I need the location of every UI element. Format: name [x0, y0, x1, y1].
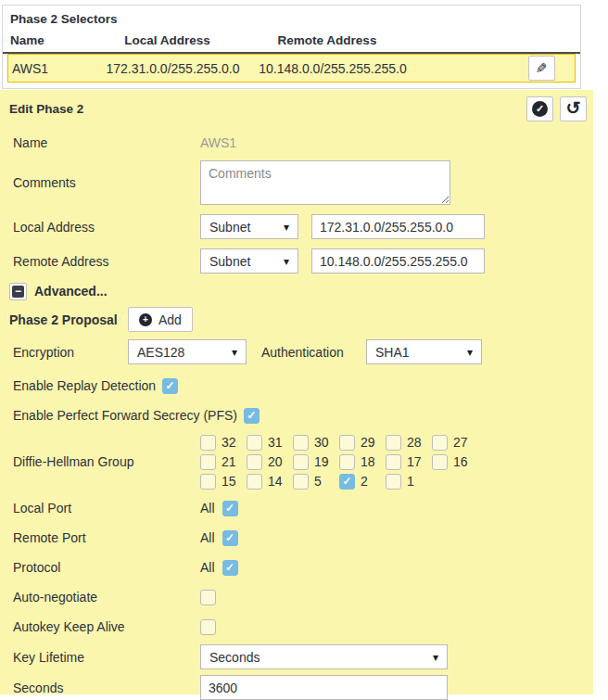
dh-checkbox-label: 14	[268, 474, 283, 489]
dh-checkbox-label: 15	[222, 474, 236, 489]
dh-checkbox-15[interactable]	[200, 474, 216, 490]
remote-port-all-label: All	[200, 530, 215, 545]
dh-checkbox-2[interactable]	[339, 474, 355, 490]
local-port-label: Local Port	[13, 501, 200, 515]
local-type-value: Subnet	[209, 220, 250, 235]
advanced-collapse-button[interactable]: −	[9, 283, 27, 300]
remote-address-type-select[interactable]: Subnet ▾	[200, 248, 298, 274]
revert-button[interactable]: ↺	[560, 96, 587, 121]
dh-group-option-1: 1	[386, 474, 432, 490]
local-port-all-label: All	[200, 501, 215, 515]
dh-group-option-15: 15	[200, 474, 247, 490]
dh-group-option-30: 30	[293, 435, 339, 451]
dh-checkbox-27[interactable]	[432, 435, 448, 451]
dh-checkbox-label: 5	[314, 474, 322, 489]
column-header-remote: Remote Address	[253, 33, 401, 47]
pfs-label: Enable Perfect Forward Secrecy (PFS)	[13, 408, 237, 423]
chevron-down-icon: ▾	[284, 221, 289, 234]
add-proposal-button[interactable]: + Add	[128, 307, 193, 332]
protocol-all-checkbox[interactable]	[222, 560, 238, 576]
dh-checkbox-29[interactable]	[339, 435, 355, 451]
dh-checkbox-17[interactable]	[386, 454, 401, 470]
comments-label: Comments	[13, 175, 200, 190]
encryption-value: AES128	[137, 345, 184, 360]
local-address-input[interactable]	[311, 214, 485, 239]
edit-phase2-title: Edit Phase 2	[9, 102, 83, 116]
dh-checkbox-5[interactable]	[293, 474, 309, 490]
selectors-table-header: Name Local Address Remote Address	[3, 32, 580, 54]
dh-checkbox-31[interactable]	[247, 435, 262, 451]
dh-checkbox-32[interactable]	[200, 435, 216, 451]
undo-icon: ↺	[566, 99, 581, 117]
dh-checkbox-14[interactable]	[247, 474, 262, 490]
chevron-down-icon: ▾	[467, 346, 473, 359]
dh-checkbox-label: 29	[361, 435, 375, 450]
dh-checkbox-30[interactable]	[293, 435, 309, 451]
dh-group-option-17: 17	[386, 454, 432, 470]
chevron-down-icon: ▾	[284, 255, 289, 268]
dh-checkbox-19[interactable]	[293, 454, 309, 470]
column-header-name: Name	[3, 33, 91, 47]
pfs-checkbox[interactable]	[244, 408, 260, 424]
remote-port-all-checkbox[interactable]	[222, 530, 238, 546]
row-local-cell: 172.31.0.0/255.255.0.0	[96, 61, 249, 76]
dh-checkbox-label: 16	[453, 454, 468, 469]
dh-checkbox-21[interactable]	[200, 454, 216, 470]
protocol-all-label: All	[200, 560, 215, 575]
key-lifetime-select[interactable]: Seconds ▾	[200, 644, 448, 669]
key-lifetime-value: Seconds	[209, 650, 260, 665]
local-address-type-select[interactable]: Subnet ▾	[200, 214, 298, 239]
authentication-value: SHA1	[375, 345, 410, 360]
dh-checkbox-28[interactable]	[386, 435, 401, 451]
dh-group-option-14: 14	[247, 474, 293, 490]
dh-group-option-16: 16	[432, 454, 478, 470]
chevron-down-icon: ▾	[232, 346, 237, 359]
seconds-input[interactable]	[200, 675, 448, 700]
seconds-label: Seconds	[13, 681, 200, 695]
dh-checkbox-label: 2	[361, 474, 368, 489]
dh-grid-row: 212019181716	[200, 454, 478, 470]
dh-checkbox-label: 21	[222, 454, 236, 469]
dh-group-option-27: 27	[432, 435, 478, 451]
dh-group-option-18: 18	[339, 454, 386, 470]
dh-group-label: Diffie-Hellman Group	[13, 454, 200, 469]
local-port-all-checkbox[interactable]	[222, 501, 238, 516]
dh-checkbox-1[interactable]	[386, 474, 401, 490]
pencil-icon: ✎	[536, 60, 548, 77]
dh-group-option-20: 20	[247, 454, 293, 470]
add-button-label: Add	[158, 312, 182, 327]
confirm-button[interactable]: ✓	[526, 96, 553, 121]
dh-group-option-31: 31	[247, 435, 293, 451]
dh-checkbox-label: 19	[314, 454, 329, 469]
chevron-down-icon: ▾	[433, 651, 438, 664]
dh-checkbox-16[interactable]	[432, 454, 448, 470]
dh-group-option-28: 28	[386, 435, 432, 451]
dh-group-option-2: 2	[339, 474, 386, 490]
key-lifetime-label: Key Lifetime	[13, 650, 200, 665]
dh-checkbox-label: 20	[268, 454, 283, 469]
dh-checkbox-20[interactable]	[247, 454, 262, 470]
dh-grid: 3231302928272120191817161514521	[200, 435, 478, 490]
row-name-cell: AWS1	[8, 61, 96, 76]
dh-checkbox-label: 18	[361, 454, 375, 469]
autokey-keep-alive-checkbox[interactable]	[200, 619, 216, 635]
name-label: Name	[13, 135, 200, 150]
comments-textarea[interactable]	[200, 160, 450, 205]
remote-port-label: Remote Port	[13, 530, 200, 545]
auto-negotiate-checkbox[interactable]	[200, 590, 216, 605]
dh-group-option-5: 5	[293, 474, 339, 490]
remote-address-input[interactable]	[311, 248, 485, 274]
edit-row-button[interactable]: ✎	[528, 56, 555, 81]
authentication-select[interactable]: SHA1 ▾	[366, 339, 482, 364]
plus-icon: +	[139, 313, 152, 326]
check-circle-icon: ✓	[532, 101, 548, 117]
dh-group-option-21: 21	[200, 454, 247, 470]
replay-detection-checkbox[interactable]	[162, 378, 178, 394]
dh-checkbox-label: 1	[407, 474, 414, 489]
dh-checkbox-18[interactable]	[339, 454, 355, 470]
encryption-label: Encryption	[13, 345, 128, 360]
selector-table-row[interactable]: AWS1 172.31.0.0/255.255.0.0 10.148.0.0/2…	[7, 54, 576, 83]
column-header-local: Local Address	[91, 33, 244, 47]
phase2-selectors-title: Phase 2 Selectors	[3, 9, 580, 32]
encryption-select[interactable]: AES128 ▾	[128, 339, 247, 364]
